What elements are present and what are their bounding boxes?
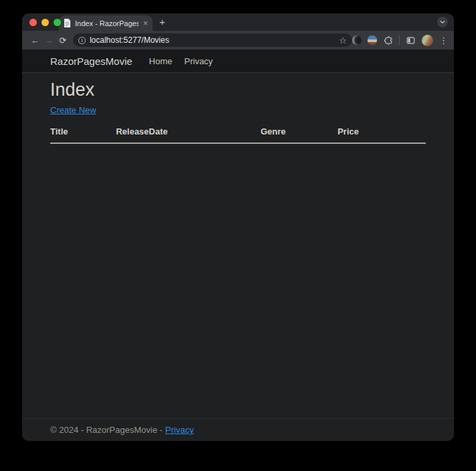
chevron-down-icon bbox=[440, 20, 445, 24]
browser-tab[interactable]: Index - RazorPagesMovie × bbox=[59, 15, 153, 31]
column-header-genre: Genre bbox=[260, 124, 337, 143]
minimize-window-button[interactable] bbox=[42, 19, 49, 26]
profile-avatar[interactable] bbox=[422, 35, 433, 46]
dark-reader-extension-icon[interactable] bbox=[352, 35, 362, 45]
tab-search-button[interactable] bbox=[437, 17, 448, 27]
site-footer: © 2024 - RazorPagesMovie - Privacy bbox=[22, 418, 454, 441]
bookmark-star-icon[interactable]: ☆ bbox=[339, 36, 347, 45]
navbar-links: Home Privacy bbox=[143, 56, 219, 66]
column-header-title: Title bbox=[50, 124, 116, 143]
copyright-text: © 2024 - RazorPagesMovie - bbox=[50, 425, 163, 435]
movies-table: Title ReleaseDate Genre Price bbox=[50, 124, 426, 144]
footer-privacy-link[interactable]: Privacy bbox=[165, 425, 194, 435]
tab-strip: Index - RazorPagesMovie × + bbox=[22, 13, 454, 31]
url-text: localhost:5277/Movies bbox=[90, 35, 335, 45]
toolbar-divider bbox=[399, 35, 400, 45]
desktop-background: Index - RazorPagesMovie × + ← → ⟳ i loca… bbox=[0, 0, 476, 471]
zoom-window-button[interactable] bbox=[54, 19, 61, 26]
navbar-brand-link[interactable]: RazorPagesMovie bbox=[50, 56, 133, 67]
column-header-price: Price bbox=[337, 124, 426, 143]
new-tab-button[interactable]: + bbox=[159, 16, 165, 29]
browser-toolbar: ← → ⟳ i localhost:5277/Movies ☆ bbox=[22, 31, 454, 50]
side-panel-icon[interactable] bbox=[406, 35, 416, 45]
address-bar[interactable]: i localhost:5277/Movies ☆ bbox=[73, 33, 352, 47]
extensions-puzzle-icon[interactable] bbox=[383, 35, 393, 45]
page-title: Index bbox=[50, 79, 426, 100]
forward-icon[interactable]: → bbox=[42, 35, 56, 45]
tab-title: Index - RazorPagesMovie bbox=[75, 19, 139, 27]
main-content: Index Create New Title ReleaseDate Genre… bbox=[22, 73, 454, 144]
create-new-link[interactable]: Create New bbox=[50, 105, 96, 115]
browser-menu-icon[interactable]: ⋮ bbox=[439, 35, 448, 45]
traffic-lights bbox=[29, 19, 61, 26]
web-page: RazorPagesMovie Home Privacy Index Creat… bbox=[22, 50, 454, 441]
tab-close-icon[interactable]: × bbox=[143, 19, 148, 27]
close-window-button[interactable] bbox=[29, 19, 37, 26]
site-navbar: RazorPagesMovie Home Privacy bbox=[22, 50, 454, 73]
site-info-icon[interactable]: i bbox=[78, 37, 86, 44]
column-header-releasedate: ReleaseDate bbox=[116, 124, 260, 143]
table-header-row: Title ReleaseDate Genre Price bbox=[50, 124, 426, 143]
tab-favicon bbox=[64, 19, 71, 27]
reload-icon[interactable]: ⟳ bbox=[56, 35, 70, 45]
nav-link-home[interactable]: Home bbox=[143, 56, 179, 66]
browser-window: Index - RazorPagesMovie × + ← → ⟳ i loca… bbox=[22, 13, 454, 441]
nav-link-privacy[interactable]: Privacy bbox=[178, 56, 219, 66]
extension-avatar-icon[interactable] bbox=[368, 35, 377, 45]
toolbar-right: ⋮ bbox=[352, 35, 448, 46]
back-icon[interactable]: ← bbox=[28, 35, 42, 45]
